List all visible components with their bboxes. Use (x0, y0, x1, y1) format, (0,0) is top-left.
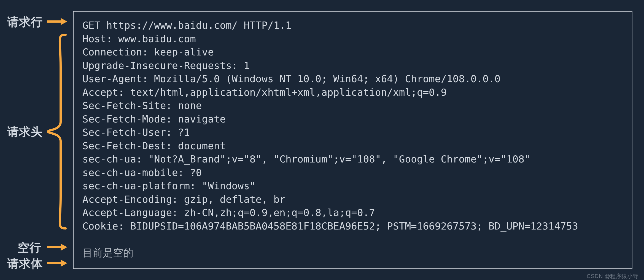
label-request-body: 请求体 (4, 256, 43, 271)
svg-marker-5 (61, 260, 67, 267)
brace-icon (46, 34, 68, 230)
header-line: Sec-Fetch-Site: none (82, 99, 626, 113)
header-line: Upgrade-Insecure-Requests: 1 (82, 59, 626, 73)
header-line: sec-ch-ua: "Not?A_Brand";v="8", "Chromiu… (82, 153, 626, 166)
request-line-text: GET https://www.baidu.com/ HTTP/1.1 (82, 19, 626, 32)
arrow-icon (47, 17, 68, 26)
label-request-headers: 请求头 (4, 124, 43, 140)
header-line: Accept-Encoding: gzip, deflate, br (82, 193, 626, 206)
request-body-text: 目前是空的 (82, 246, 626, 260)
svg-marker-1 (61, 18, 67, 25)
header-line: Sec-Fetch-Dest: document (82, 139, 626, 153)
arrow-icon (47, 242, 68, 252)
arrow-icon (47, 258, 68, 268)
blank-line-row (82, 233, 626, 246)
header-line: Sec-Fetch-User: ?1 (82, 126, 626, 139)
header-line: Connection: keep-alive (82, 46, 626, 59)
diagram-stage: 请求行 请求头 空行 请求体 GET https://www.baidu.com… (0, 0, 644, 280)
svg-marker-3 (61, 244, 67, 251)
header-line: User-Agent: Mozilla/5.0 (Windows NT 10.0… (82, 72, 626, 86)
label-request-line: 请求行 (4, 14, 43, 30)
header-line: sec-ch-ua-platform: "Windows" (82, 179, 626, 193)
header-line: Accept-Language: zh-CN,zh;q=0.9,en;q=0.8… (82, 206, 626, 220)
header-lines: Host: www.baidu.comConnection: keep-aliv… (82, 32, 626, 233)
label-blank-line: 空行 (11, 240, 41, 255)
header-line: Host: www.baidu.com (82, 32, 626, 46)
http-message-panel: GET https://www.baidu.com/ HTTP/1.1 Host… (73, 11, 632, 269)
watermark-text: CSDN @程序猿小野 (587, 273, 638, 280)
header-line: sec-ch-ua-mobile: ?0 (82, 166, 626, 180)
header-line: Cookie: BIDUPSID=106A974BAB5BA0458E81F18… (82, 220, 626, 233)
header-line: Sec-Fetch-Mode: navigate (82, 113, 626, 126)
header-line: Accept: text/html,application/xhtml+xml,… (82, 86, 626, 99)
